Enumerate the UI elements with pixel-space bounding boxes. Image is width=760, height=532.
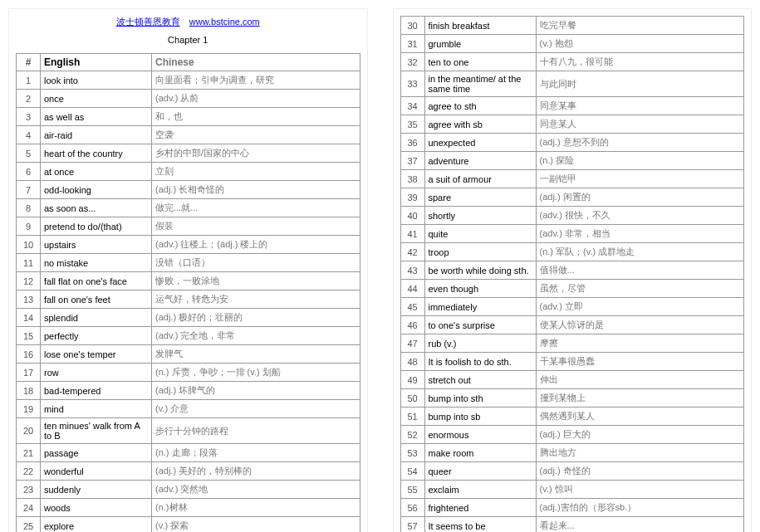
cell-chinese: (v.) 探索: [152, 517, 360, 533]
cell-chinese: 乡村的中部/国家的中心: [152, 144, 360, 163]
cell-chinese: 干某事很愚蠢: [536, 353, 744, 371]
cell-english: grumble: [424, 35, 536, 53]
table-row: 17row(n.) 斥责，争吵；一排 (v.) 划船: [17, 364, 360, 382]
table-row: 5heart of the country乡村的中部/国家的中心: [17, 144, 360, 163]
cell-chinese: (adj.) 意想不到的: [536, 134, 744, 152]
cell-num: 32: [400, 53, 424, 71]
cell-chinese: (n.) 军队；(v.) 成群地走: [536, 243, 744, 261]
cell-chinese: (adv.) 立即: [536, 298, 744, 316]
table-row: 9pretend to do/(that)假装: [17, 217, 360, 236]
cell-chinese: (n.) 探险: [536, 152, 744, 170]
table-row: 40shortly(adv.) 很快，不久: [400, 207, 744, 225]
cell-chinese: 看起来...: [536, 517, 744, 533]
cell-num: 16: [17, 345, 41, 364]
cell-num: 37: [400, 152, 424, 170]
cell-chinese: 步行十分钟的路程: [152, 418, 360, 444]
cell-chinese: 撞到某物上: [536, 389, 744, 408]
cell-num: 30: [400, 17, 424, 35]
table-row: 16lose one's temper发脾气: [17, 345, 360, 364]
table-row: 37adventure(n.) 探险: [400, 152, 744, 170]
cell-chinese: 使某人惊讶的是: [536, 316, 744, 334]
cell-num: 15: [17, 327, 41, 345]
cell-english: shortly: [424, 207, 536, 225]
cell-chinese: (adv.) 往楼上；(adj.) 楼上的: [152, 236, 360, 254]
cell-chinese: (adj.) 美好的，特别棒的: [152, 462, 360, 481]
cell-chinese: 偶然遇到某人: [536, 408, 744, 426]
cell-english: a suit of armour: [424, 170, 536, 188]
cell-num: 50: [400, 389, 424, 408]
table-row: 32ten to one十有八九，很可能: [400, 53, 744, 71]
cell-english: once: [41, 90, 152, 108]
brand-link[interactable]: 波士顿善恩教育: [116, 17, 180, 27]
table-row: 33in the meantime/ at the same time与此同时: [400, 71, 744, 97]
cell-english: agree to sth: [424, 97, 536, 115]
table-row: 52enormous(adj.) 巨大的: [400, 426, 744, 444]
cell-english: as well as: [41, 108, 152, 126]
table-row: 22wonderful(adj.) 美好的，特别棒的: [17, 462, 360, 481]
table-row: 45immediately(adv.) 立即: [400, 298, 744, 316]
table-row: 46to one's surprise使某人惊讶的是: [400, 316, 744, 334]
cell-chinese: 和，也: [152, 108, 360, 126]
table-row: 7odd-looking(adj.) 长相奇怪的: [17, 181, 360, 199]
table-row: 24woods(n.)树林: [17, 499, 360, 517]
cell-num: 14: [17, 309, 41, 327]
cell-num: 21: [17, 444, 41, 462]
cell-chinese: (adj.)害怕的（形容sb.）: [536, 499, 744, 517]
cell-chinese: (v.) 介意: [152, 400, 360, 418]
cell-english: queer: [424, 462, 536, 481]
cell-chinese: (n.) 走廊；段落: [152, 444, 360, 462]
cell-num: 5: [17, 144, 41, 163]
cell-chinese: (n.)树林: [152, 499, 360, 517]
cell-english: frightened: [424, 499, 536, 517]
cell-english: at once: [41, 163, 152, 181]
cell-english: bad-tempered: [41, 382, 152, 400]
header-links: 波士顿善恩教育 www.bstcine.com: [16, 16, 360, 28]
table-row: 49stretch out伸出: [400, 371, 744, 389]
table-row: 8as soon as...做完...就...: [17, 199, 360, 217]
cell-english: explore: [41, 517, 152, 533]
cell-chinese: 立刻: [152, 163, 360, 181]
cell-num: 17: [17, 364, 41, 382]
table-row: 35agree with sb同意某人: [400, 115, 744, 134]
cell-chinese: (adv.) 完全地，非常: [152, 327, 360, 345]
cell-chinese: 没错（口语）: [152, 254, 360, 272]
cell-chinese: 做完...就...: [152, 199, 360, 217]
table-row: 55exclaim(v.) 惊叫: [400, 481, 744, 499]
site-link[interactable]: www.bstcine.com: [189, 17, 260, 27]
table-row: 20ten minues' walk from A to B步行十分钟的路程: [17, 418, 360, 444]
table-row: 30finish breakfast吃完早餐: [400, 17, 744, 35]
cell-chinese: 虽然，尽管: [536, 280, 744, 298]
cell-num: 9: [17, 217, 41, 236]
cell-chinese: (adv.) 突然地: [152, 481, 360, 499]
cell-chinese: (adj.) 闲置的: [536, 188, 744, 207]
cell-chinese: (adv.) 从前: [152, 90, 360, 108]
cell-english: heart of the country: [41, 144, 152, 163]
cell-num: 53: [400, 444, 424, 462]
cell-chinese: 吃完早餐: [536, 17, 744, 35]
cell-english: agree with sb: [424, 115, 536, 134]
cell-num: 55: [400, 481, 424, 499]
cell-chinese: 腾出地方: [536, 444, 744, 462]
table-row: 51bump into sb偶然遇到某人: [400, 408, 744, 426]
col-header-english: English: [41, 54, 152, 71]
cell-chinese: 同意某人: [536, 115, 744, 134]
cell-english: perfectly: [41, 327, 152, 345]
cell-english: It seems to be: [424, 517, 536, 533]
cell-chinese: (adv.) 很快，不久: [536, 207, 744, 225]
cell-english: in the meantime/ at the same time: [424, 71, 536, 97]
cell-english: It is foolish to do sth.: [424, 353, 536, 371]
cell-chinese: 向里面看；引申为调查，研究: [152, 71, 360, 90]
table-row: 41quite(adv.) 非常，相当: [400, 225, 744, 243]
cell-english: exclaim: [424, 481, 536, 499]
cell-chinese: (adj.) 巨大的: [536, 426, 744, 444]
cell-english: fall flat on one's face: [41, 272, 152, 290]
two-page-spread: 波士顿善恩教育 www.bstcine.com Chapter 1 # Engl…: [0, 0, 760, 532]
table-row: 23suddenly(adv.) 突然地: [17, 481, 360, 499]
cell-num: 8: [17, 199, 41, 217]
cell-chinese: (n.) 斥责，争吵；一排 (v.) 划船: [152, 364, 360, 382]
page-left: 波士顿善恩教育 www.bstcine.com Chapter 1 # Engl…: [8, 8, 368, 532]
cell-english: upstairs: [41, 236, 152, 254]
cell-chinese: 运气好，转危为安: [152, 290, 360, 309]
cell-num: 51: [400, 408, 424, 426]
chapter-title: Chapter 1: [16, 35, 360, 45]
